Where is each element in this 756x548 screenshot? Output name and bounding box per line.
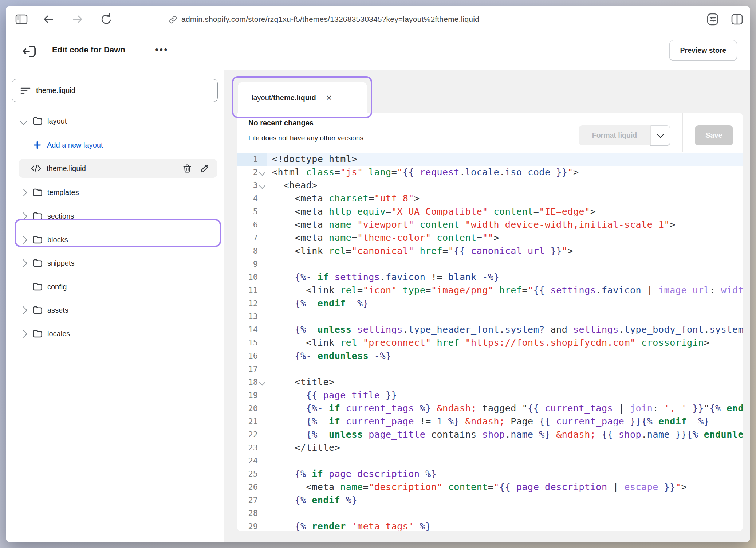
line-number: 12 bbox=[237, 297, 258, 310]
line-number: 27 bbox=[237, 494, 258, 507]
code-line[interactable]: {% render 'meta-tags' %} bbox=[272, 520, 743, 531]
preview-store-button[interactable]: Preview store bbox=[669, 40, 737, 60]
sidebar-folder-locales[interactable]: locales bbox=[6, 324, 224, 344]
folder-icon bbox=[32, 258, 43, 268]
selected-file-row[interactable]: theme.liquid bbox=[19, 159, 217, 178]
code-line[interactable]: <link rel="canonical" href="{{ canonical… bbox=[272, 244, 743, 258]
sidebar-folder-layout[interactable]: layout bbox=[6, 111, 224, 131]
folder-icon bbox=[32, 282, 43, 292]
code-line[interactable]: {% endif %} bbox=[272, 494, 743, 507]
code-line[interactable]: {%- if current_tags %} &ndash; tagged "{… bbox=[272, 402, 743, 415]
line-number: 6 bbox=[237, 218, 258, 231]
code-line[interactable]: <link rel="icon" type="image/png" href="… bbox=[272, 284, 743, 297]
reload-icon[interactable] bbox=[100, 12, 113, 26]
code-line[interactable]: <head> bbox=[272, 179, 743, 192]
folder-label: layout bbox=[47, 117, 67, 125]
code-editor[interactable]: 1<!doctype html>2<html class="js" lang="… bbox=[237, 152, 743, 531]
fold-chevron-icon[interactable] bbox=[259, 170, 265, 176]
tab-close-icon[interactable]: × bbox=[326, 93, 332, 102]
code-line[interactable]: <meta http-equiv="X-UA-Compatible" conte… bbox=[272, 205, 743, 218]
line-number: 13 bbox=[237, 310, 258, 323]
code-line[interactable] bbox=[272, 258, 743, 271]
line-number: 22 bbox=[237, 428, 258, 441]
split-view-icon[interactable] bbox=[731, 13, 744, 26]
code-line[interactable]: {% if page_description %} bbox=[272, 467, 743, 481]
code-line[interactable]: {%- if settings.favicon != blank -%} bbox=[272, 271, 743, 284]
url-bar[interactable]: admin.shopify.com/store/rzq1xu-f5/themes… bbox=[181, 6, 479, 33]
delete-file-icon[interactable] bbox=[180, 161, 194, 176]
line-number: 8 bbox=[237, 244, 258, 258]
code-line[interactable]: {%- unless page_title contains shop.name… bbox=[272, 428, 743, 441]
code-line[interactable]: {%- endif -%} bbox=[272, 297, 743, 310]
page-settings-icon[interactable] bbox=[706, 13, 720, 26]
sidebar-toggle-icon[interactable] bbox=[15, 13, 28, 25]
forward-icon[interactable] bbox=[71, 13, 84, 26]
folder-label: locales bbox=[47, 330, 70, 338]
code-line[interactable]: {%- endunless -%} bbox=[272, 349, 743, 363]
page-title: Edit code for Dawn bbox=[52, 45, 125, 55]
format-liquid-label[interactable]: Format liquid bbox=[579, 125, 650, 145]
app-header: Edit code for Dawn ••• Preview store bbox=[6, 33, 750, 70]
line-number: 20 bbox=[237, 402, 258, 415]
code-line[interactable] bbox=[272, 507, 743, 520]
format-dropdown-button[interactable] bbox=[650, 125, 670, 145]
fold-chevron-icon[interactable] bbox=[259, 183, 265, 189]
chevron-right-icon bbox=[19, 212, 27, 220]
code-line[interactable]: <meta name="viewport" content="width=dev… bbox=[272, 218, 743, 231]
sidebar-folder-config[interactable]: config bbox=[6, 277, 224, 297]
line-number: 19 bbox=[237, 389, 258, 402]
rename-file-icon[interactable] bbox=[197, 161, 212, 176]
line-number: 21 bbox=[237, 415, 258, 428]
plus-icon bbox=[32, 140, 42, 150]
tab-theme-liquid[interactable]: layout/theme.liquid × bbox=[238, 82, 367, 113]
code-line[interactable]: <!doctype html> bbox=[272, 153, 743, 166]
code-file-icon bbox=[30, 164, 42, 173]
line-number: 17 bbox=[237, 363, 258, 376]
folder-label: templates bbox=[47, 188, 79, 197]
code-line[interactable]: {%- unless settings.type_header_font.sys… bbox=[272, 323, 743, 336]
sidebar-action-add-layout[interactable]: Add a new layout bbox=[6, 135, 224, 155]
more-actions-button[interactable]: ••• bbox=[152, 43, 171, 57]
line-number: 23 bbox=[237, 441, 258, 454]
code-line[interactable]: <title> bbox=[272, 376, 743, 389]
save-button[interactable]: Save bbox=[695, 125, 733, 145]
code-line[interactable]: {{ page_title }} bbox=[272, 389, 743, 402]
code-line[interactable]: <link rel="preconnect" href="https://fon… bbox=[272, 336, 743, 349]
code-line[interactable] bbox=[272, 454, 743, 467]
chevron-down-icon bbox=[19, 117, 27, 125]
code-line[interactable]: {%- if current_page != 1 %} &ndash; Page… bbox=[272, 415, 743, 428]
sidebar-file-theme.liquid[interactable]: theme.liquid bbox=[6, 158, 224, 179]
folder-label: snippets bbox=[47, 259, 75, 267]
line-number: 16 bbox=[237, 349, 258, 363]
code-line[interactable]: <html class="js" lang="{{ request.locale… bbox=[272, 166, 743, 179]
folder-icon bbox=[32, 116, 43, 126]
line-number: 7 bbox=[237, 231, 258, 244]
code-line[interactable] bbox=[272, 310, 743, 323]
code-line[interactable]: <meta charset="utf-8"> bbox=[272, 192, 743, 205]
fold-chevron-icon[interactable] bbox=[259, 380, 265, 386]
chevron-down-icon bbox=[657, 131, 664, 138]
sidebar-folder-sections[interactable]: sections bbox=[6, 206, 224, 226]
code-line[interactable]: <meta name="description" content="{{ pag… bbox=[272, 481, 743, 494]
code-line[interactable]: </title> bbox=[272, 441, 743, 454]
back-icon[interactable] bbox=[42, 13, 55, 26]
sidebar-folder-blocks[interactable]: blocks bbox=[6, 230, 224, 250]
exit-editor-icon[interactable] bbox=[21, 44, 37, 59]
code-line[interactable] bbox=[272, 363, 743, 376]
sidebar-folder-assets[interactable]: assets bbox=[6, 300, 224, 320]
line-number: 24 bbox=[237, 454, 258, 467]
format-liquid-button[interactable]: Format liquid bbox=[579, 125, 670, 145]
chevron-right-icon bbox=[19, 188, 27, 196]
file-search[interactable] bbox=[12, 79, 218, 102]
code-line[interactable]: <meta name="theme-color" content=""> bbox=[272, 231, 743, 244]
line-number: 11 bbox=[237, 284, 258, 297]
line-number: 5 bbox=[237, 205, 258, 218]
link-icon bbox=[168, 15, 178, 24]
sidebar-folder-templates[interactable]: templates bbox=[6, 182, 224, 203]
folder-icon bbox=[32, 305, 43, 315]
file-label: theme.liquid bbox=[47, 164, 86, 173]
filter-icon bbox=[20, 86, 31, 95]
sidebar-folder-snippets[interactable]: snippets bbox=[6, 253, 224, 273]
line-number: 14 bbox=[237, 323, 258, 336]
search-input[interactable] bbox=[35, 86, 217, 95]
